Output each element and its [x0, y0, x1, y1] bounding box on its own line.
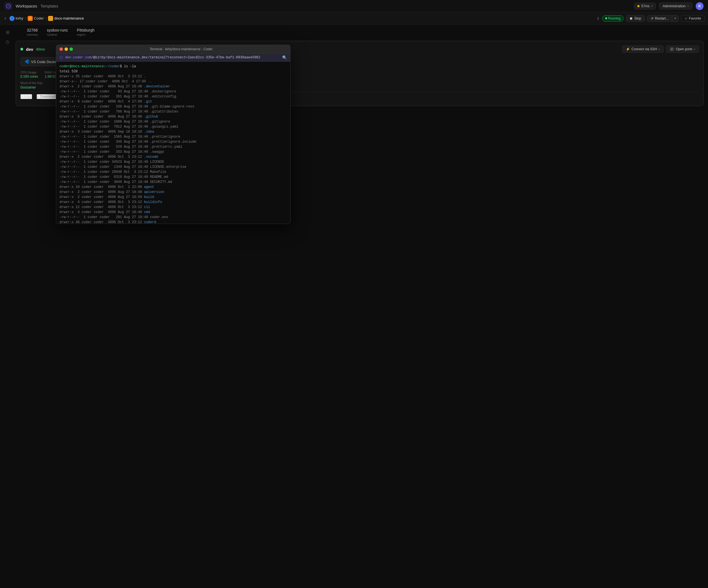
breadcrumb-item-docs[interactable]: 🔧 docs-maintenance — [48, 16, 84, 21]
back-button[interactable]: ‹ — [3, 14, 7, 22]
stop-button[interactable]: ⏹ Stop — [626, 15, 645, 22]
kirby-label: kirby — [16, 16, 23, 20]
url-prefix: dev.coder.com — [65, 56, 91, 59]
terminal-prompt-line: coder@docs-maintenance:~/coder$ ls -la — [60, 64, 287, 69]
docs-label: docs-maintenance — [54, 16, 84, 20]
word-of-day-label: Word of the Day — [20, 81, 42, 85]
stat-runtime: sysbox-runc runtime — [47, 28, 68, 36]
connect-ssh-label: Connect via SSH — [631, 47, 657, 51]
minimize-window-button[interactable] — [64, 48, 68, 51]
terminal-line-buildinfo: drwxr-x 4 coder coder 4096 Oct 3 23:12 b… — [60, 199, 287, 205]
terminal-window: Terminal · kirby/docs-maintenance - Code… — [56, 45, 291, 224]
sidebar-icon-grid[interactable]: ⊞ — [4, 29, 10, 35]
app-logo[interactable] — [4, 2, 12, 10]
terminal-line-dotdot: drwxr-x-- 17 coder coder 4096 Oct 4 17:0… — [60, 79, 287, 84]
terminal-title: Terminal · kirby/docs-maintenance - Code… — [75, 47, 287, 51]
memory-label: memory — [27, 33, 38, 36]
terminal-line-idea: drwxr-x 3 coder coder 4096 Sep 18 19:10 … — [60, 129, 287, 134]
maximize-window-button[interactable] — [69, 48, 73, 51]
connect-ssh-button[interactable]: ⚡ Connect via SSH ▾ — [622, 45, 663, 53]
terminal-line-gitattributes: -rw-r--r-- 1 coder coder 786 Aug 27 18:4… — [60, 109, 287, 114]
region-value: Pittsburgh — [77, 28, 94, 32]
status-label: Running — [608, 17, 621, 20]
top-navigation: Workspaces Templates 57ms ▾ Administrati… — [0, 0, 708, 12]
terminal-titlebar: Terminal · kirby/docs-maintenance - Code… — [56, 45, 290, 54]
terminal-line-editorconfig: -rw-r--r-- 1 coder coder 261 Aug 27 18:4… — [60, 94, 287, 99]
terminal-search-icon[interactable]: 🔍 — [282, 55, 287, 60]
region-label: region — [77, 33, 94, 36]
vscode-icon — [25, 59, 29, 64]
terminal-line-prettierignore-include: -rw-r--r-- 1 coder coder 345 Aug 27 18:4… — [60, 139, 287, 144]
downloads-label: Downloads — [40, 95, 57, 98]
info-icon[interactable]: ℹ — [596, 15, 600, 22]
open-ports-button[interactable]: 2 Open ports ▾ — [666, 45, 699, 53]
terminal-line-apiversion: drwxr-x 2 coder coder 4096 Aug 27 18:40 … — [60, 190, 287, 195]
terminal-line-makefile: -rw-r--r-- 1 coder coder 29940 Oct 3 23:… — [60, 169, 287, 175]
metric-cpu-value: 0.183 cores — [20, 74, 38, 79]
terminal-line-vscode: drwxr-x 2 coder coder 4096 Oct 3 23:12 .… — [60, 154, 287, 159]
admin-chevron: ▾ — [687, 4, 689, 7]
terminal-line-coder-env: -rw-r--r-- 1 coder coder 291 Aug 27 18:4… — [60, 215, 287, 220]
breadcrumb: 👤 kirby / 🟠 Coder / 🔧 docs-maintenance — [9, 16, 84, 21]
downloads-button[interactable]: ↓ Downloads — [37, 94, 57, 99]
download-icon: ↓ — [37, 95, 39, 98]
terminal-line-readme: -rw-r--r-- 1 coder coder 6319 Aug 27 18:… — [60, 175, 287, 180]
sidebar: ⊞ ⏱ — [4, 28, 11, 111]
vscode-label: VS Code Desktop — [31, 60, 60, 64]
svg-point-0 — [6, 4, 10, 8]
restart-icon: ↺ — [651, 17, 653, 20]
close-window-button[interactable] — [60, 48, 63, 51]
terminal-line-cli: drwxr-x 12 coder coder 4096 Oct 3 23:12 … — [60, 205, 287, 210]
restart-button[interactable]: ↺ Restart... — [647, 15, 672, 22]
agent-status-dot — [20, 48, 23, 51]
terminal-line-devcontainer: drwxr-x 2 coder coder 4096 Aug 27 18:40 … — [60, 84, 287, 89]
terminal-line-security: -rw-r--r-- 1 coder coder 3849 Aug 27 18:… — [60, 180, 287, 185]
terminal-line-golangci: -rw-r--r-- 1 coder coder 7012 Aug 27 18:… — [60, 124, 287, 129]
logs-button[interactable]: ≡ Logs — [20, 94, 32, 99]
favorite-button[interactable]: ☆ Favorite — [681, 15, 705, 22]
templates-nav[interactable]: Templates — [40, 4, 58, 8]
agent-latency: 40ms — [36, 47, 45, 51]
ports-chevron: ▾ — [694, 48, 695, 51]
perf-dot — [637, 5, 640, 7]
docs-icon: 🔧 — [48, 16, 53, 21]
status-dot — [605, 17, 607, 19]
ssh-icon: ⚡ — [626, 47, 630, 51]
agent-name-area: dev 40ms — [20, 47, 45, 52]
terminal-line-git: drwxr-x 8 coder coder 4096 Oct 4 17:08 .… — [60, 99, 287, 104]
breadcrumb-item-coder[interactable]: 🟠 Coder — [28, 16, 43, 21]
breadcrumb-item-kirby[interactable]: 👤 kirby — [9, 16, 23, 21]
ports-count: 2 — [670, 47, 675, 51]
runtime-label: runtime — [47, 33, 68, 36]
star-icon: ☆ — [684, 17, 688, 20]
admin-menu[interactable]: Administration ▾ — [659, 2, 692, 9]
terminal-line-license-enterprise: -rw-r--r-- 1 coder coder 1349 Aug 27 18:… — [60, 164, 287, 169]
agent-name: dev — [26, 47, 33, 52]
terminal-line-gitignore: -rw-r--r-- 1 coder coder 1098 Aug 27 18:… — [60, 119, 287, 124]
workspaces-nav[interactable]: Workspaces — [16, 4, 37, 8]
metric-cpu: CPU Usage 0.183 cores — [20, 71, 38, 79]
memory-value: 32768 — [27, 28, 38, 32]
connect-ssh-chevron: ▾ — [658, 48, 660, 51]
stats-bar: 32768 memory sysbox-runc runtime Pittsbu… — [16, 28, 704, 36]
terminal-line-license: -rw-r--r-- 1 coder coder 34523 Aug 27 18… — [60, 159, 287, 164]
user-avatar[interactable]: K — [696, 2, 704, 10]
terminal-line-prettierrc: -rw-r--r-- 1 coder coder 529 Aug 27 18:4… — [60, 144, 287, 149]
sidebar-icon-history[interactable]: ⏱ — [4, 40, 10, 46]
restart-dropdown-button[interactable]: ▾ — [672, 15, 679, 22]
breadcrumb-sep-2: / — [46, 16, 47, 20]
terminal-body[interactable]: coder@docs-maintenance:~/coder$ ls -la t… — [56, 62, 290, 224]
terminal-url[interactable]: dev.coder.com/@kirby/docs-maintenance.de… — [65, 56, 280, 59]
perf-label: 57ms — [641, 4, 649, 8]
perf-chevron: ▾ — [651, 4, 653, 7]
performance-indicator[interactable]: 57ms ▾ — [634, 3, 655, 9]
terminal-line-dot: drwxr-x 35 coder coder 4096 Oct 3 23:12 … — [60, 74, 287, 79]
terminal-url-icon: ⬡ — [60, 55, 63, 60]
coder-label: Coder — [34, 16, 43, 20]
terminal-url-bar: ⬡ dev.coder.com/@kirby/docs-maintenance.… — [56, 54, 290, 62]
agent-actions: ⚡ Connect via SSH ▾ 2 Open ports ▾ — [622, 45, 699, 53]
terminal-line-git-blame: -rw-r--r-- 1 coder coder 330 Aug 27 18:4… — [60, 104, 287, 109]
admin-label: Administration — [663, 4, 686, 8]
terminal-line-coderd: drwxr-x 46 coder coder 4096 Oct 3 23:12 … — [60, 220, 287, 224]
terminal-line-build: drwxr-x 2 coder coder 4096 Aug 27 18:59 … — [60, 195, 287, 199]
